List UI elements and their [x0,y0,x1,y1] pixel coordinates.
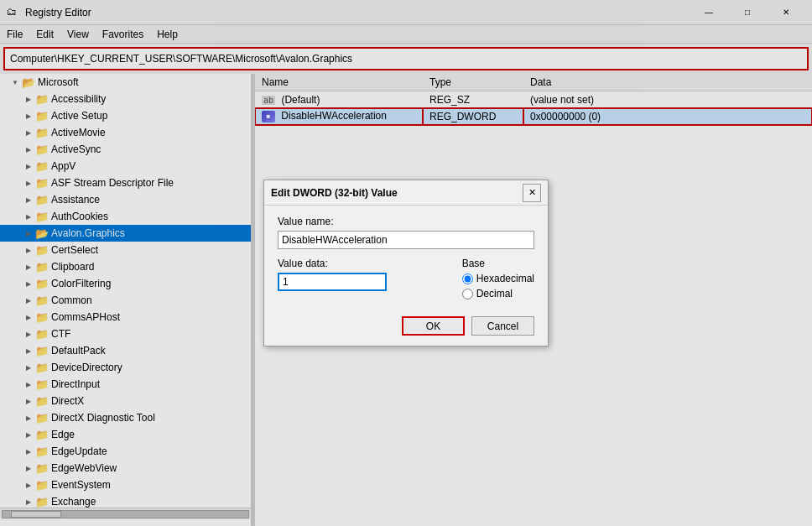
dialog-body: Value name: Value data: Base Hexadecimal… [264,206,548,346]
edit-dword-dialog: Edit DWORD (32-bit) Value ✕ Value name: … [263,180,549,346]
dec-label: Decimal [476,288,513,299]
base-label: Base [462,258,534,269]
dialog-buttons: OK Cancel [278,313,534,336]
radio-hexadecimal[interactable]: Hexadecimal [462,273,534,284]
dialog-close-button[interactable]: ✕ [523,184,541,202]
modal-overlay: Edit DWORD (32-bit) Value ✕ Value name: … [0,0,812,526]
cancel-button[interactable]: Cancel [471,316,534,336]
value-data-input[interactable] [278,273,387,291]
value-data-label: Value data: [278,258,452,269]
value-name-label: Value name: [278,216,534,227]
radio-decimal[interactable]: Decimal [462,288,534,299]
dec-radio[interactable] [462,289,473,299]
hex-radio[interactable] [462,273,473,284]
dialog-title-bar: Edit DWORD (32-bit) Value ✕ [264,180,548,206]
dialog-title: Edit DWORD (32-bit) Value [271,187,398,199]
base-section: Base Hexadecimal Decimal [462,258,534,303]
value-name-input[interactable] [278,231,534,249]
value-data-section: Value data: [278,258,452,291]
ok-button[interactable]: OK [402,316,465,336]
hex-label: Hexadecimal [476,273,534,284]
dialog-middle-row: Value data: Base Hexadecimal Decimal [278,258,534,303]
